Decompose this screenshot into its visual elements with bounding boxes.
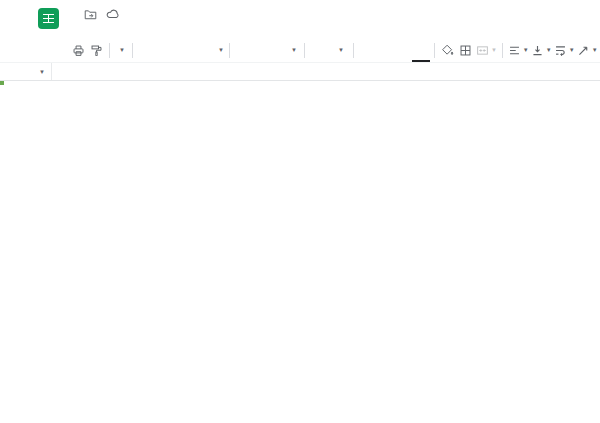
- google-sheets-app: ▼ ▼ ▼ ▼: [0, 0, 600, 423]
- table-outline-border: [0, 81, 4, 85]
- text-wrap-button[interactable]: ▼: [554, 40, 575, 60]
- spreadsheet-area: [0, 81, 600, 423]
- toolbar-divider: [109, 43, 110, 58]
- sheets-logo-grid: [43, 14, 54, 23]
- toolbar-divider: [132, 43, 133, 58]
- fill-color-button[interactable]: [440, 40, 456, 60]
- text-rotation-button[interactable]: ▼: [577, 40, 598, 60]
- chevron-down-icon: ▼: [523, 47, 529, 53]
- increase-decimal-button[interactable]: [186, 40, 200, 60]
- titlebar: [0, 0, 600, 38]
- chevron-down-icon: ▼: [119, 47, 125, 53]
- chevron-down-icon: ▼: [569, 47, 575, 53]
- menubar: [66, 24, 153, 40]
- undo-button[interactable]: [34, 40, 50, 60]
- font-family-select[interactable]: ▼: [234, 40, 300, 60]
- toolbar-divider: [229, 43, 230, 58]
- horizontal-align-button[interactable]: ▼: [508, 40, 529, 60]
- vertical-align-button[interactable]: ▼: [531, 40, 552, 60]
- paint-format-button[interactable]: [88, 40, 104, 60]
- zoom-control[interactable]: ▼: [114, 40, 128, 60]
- chevron-down-icon: ▼: [338, 47, 344, 53]
- chevron-down-icon: ▼: [39, 69, 45, 75]
- merge-cells-button[interactable]: ▼: [476, 40, 497, 60]
- formula-bar: ▼: [0, 62, 600, 81]
- strikethrough-button[interactable]: [395, 40, 411, 60]
- move-to-folder-icon[interactable]: [84, 9, 97, 20]
- chevron-down-icon: ▼: [592, 47, 598, 53]
- more-formats-button[interactable]: ▼: [202, 40, 224, 60]
- chevron-down-icon: ▼: [218, 47, 224, 53]
- toolbar-divider: [353, 43, 354, 58]
- toolbar-divider: [502, 43, 503, 58]
- format-currency-button[interactable]: [138, 40, 152, 60]
- toolbar-divider: [304, 43, 305, 58]
- toolbar-divider: [434, 43, 435, 58]
- print-button[interactable]: [70, 40, 86, 60]
- font-size-select[interactable]: ▼: [309, 40, 349, 60]
- name-box[interactable]: ▼: [0, 63, 52, 80]
- format-percent-button[interactable]: [154, 40, 168, 60]
- formula-input[interactable]: [74, 63, 600, 80]
- redo-button[interactable]: [52, 40, 68, 60]
- decrease-decimal-button[interactable]: [170, 40, 184, 60]
- chevron-down-icon: ▼: [546, 47, 552, 53]
- italic-button[interactable]: [377, 40, 393, 60]
- cloud-status-icon: [106, 9, 120, 19]
- bold-button[interactable]: [359, 40, 375, 60]
- toolbar: ▼ ▼ ▼ ▼: [0, 38, 600, 62]
- chevron-down-icon: ▼: [291, 47, 297, 53]
- chevron-down-icon: ▼: [491, 47, 497, 53]
- sheets-logo-icon[interactable]: [38, 8, 59, 29]
- text-color-button[interactable]: [413, 40, 429, 60]
- borders-button[interactable]: [458, 40, 474, 60]
